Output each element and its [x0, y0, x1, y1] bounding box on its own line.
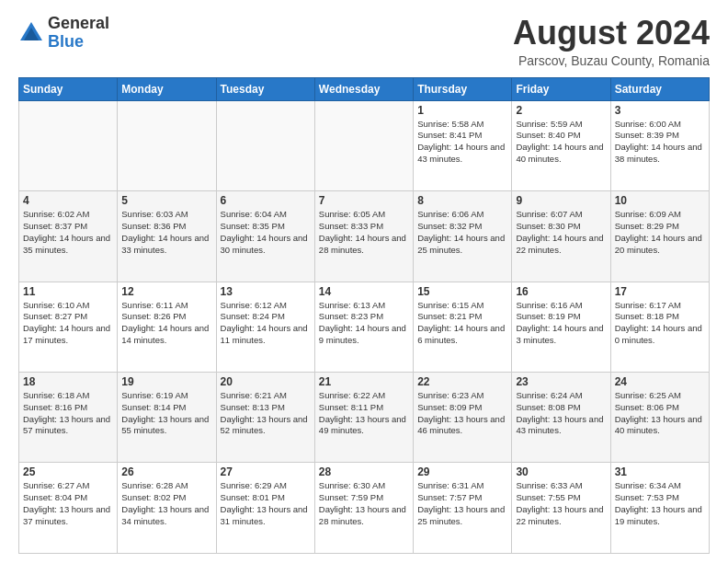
cell-info: Sunrise: 6:16 AM Sunset: 8:19 PM Dayligh…	[516, 300, 606, 347]
cell-info: Sunrise: 6:23 AM Sunset: 8:09 PM Dayligh…	[417, 390, 507, 437]
cell-info: Sunrise: 6:34 AM Sunset: 7:53 PM Dayligh…	[615, 480, 705, 527]
day-number: 7	[319, 194, 409, 207]
day-number: 31	[615, 465, 705, 478]
day-number: 24	[615, 375, 705, 388]
cell-info: Sunrise: 6:05 AM Sunset: 8:33 PM Dayligh…	[319, 209, 409, 256]
day-number: 3	[615, 104, 705, 117]
cell-info: Sunrise: 6:31 AM Sunset: 7:57 PM Dayligh…	[417, 480, 507, 527]
calendar-week-3: 11Sunrise: 6:10 AM Sunset: 8:27 PM Dayli…	[19, 282, 710, 372]
day-number: 16	[516, 285, 606, 298]
calendar-cell: 7Sunrise: 6:05 AM Sunset: 8:33 PM Daylig…	[314, 191, 413, 282]
calendar-cell	[118, 100, 216, 190]
cell-info: Sunrise: 6:22 AM Sunset: 8:11 PM Dayligh…	[319, 390, 409, 437]
day-header-thursday: Thursday	[414, 77, 512, 100]
day-header-wednesday: Wednesday	[314, 77, 413, 100]
cell-info: Sunrise: 6:21 AM Sunset: 8:13 PM Dayligh…	[221, 390, 311, 437]
day-header-sunday: Sunday	[19, 77, 118, 100]
day-header-friday: Friday	[512, 77, 610, 100]
cell-info: Sunrise: 6:18 AM Sunset: 8:16 PM Dayligh…	[23, 390, 113, 437]
calendar-cell: 3Sunrise: 6:00 AM Sunset: 8:39 PM Daylig…	[610, 100, 709, 190]
cell-info: Sunrise: 6:24 AM Sunset: 8:08 PM Dayligh…	[516, 390, 606, 437]
logo-general: General	[48, 14, 109, 32]
day-number: 1	[417, 104, 507, 117]
calendar-cell: 6Sunrise: 6:04 AM Sunset: 8:35 PM Daylig…	[216, 191, 314, 282]
calendar-cell	[19, 100, 118, 190]
logo-icon	[18, 20, 44, 46]
day-number: 19	[121, 375, 211, 388]
cell-info: Sunrise: 6:07 AM Sunset: 8:30 PM Dayligh…	[516, 209, 606, 256]
calendar-cell	[314, 100, 413, 190]
cell-info: Sunrise: 5:58 AM Sunset: 8:41 PM Dayligh…	[417, 119, 507, 166]
cell-info: Sunrise: 6:19 AM Sunset: 8:14 PM Dayligh…	[121, 390, 211, 437]
calendar-cell: 11Sunrise: 6:10 AM Sunset: 8:27 PM Dayli…	[19, 282, 118, 372]
header: General Blue August 2024 Parscov, Buzau …	[18, 15, 710, 68]
calendar-cell: 12Sunrise: 6:11 AM Sunset: 8:26 PM Dayli…	[118, 282, 216, 372]
calendar-cell: 16Sunrise: 6:16 AM Sunset: 8:19 PM Dayli…	[512, 282, 610, 372]
day-number: 23	[516, 375, 606, 388]
cell-info: Sunrise: 6:03 AM Sunset: 8:36 PM Dayligh…	[121, 209, 211, 256]
month-year: August 2024	[513, 15, 710, 52]
calendar-week-2: 4Sunrise: 6:02 AM Sunset: 8:37 PM Daylig…	[19, 191, 710, 282]
cell-info: Sunrise: 6:12 AM Sunset: 8:24 PM Dayligh…	[221, 300, 311, 347]
calendar-cell: 25Sunrise: 6:27 AM Sunset: 8:04 PM Dayli…	[19, 463, 118, 554]
calendar-week-4: 18Sunrise: 6:18 AM Sunset: 8:16 PM Dayli…	[19, 373, 710, 463]
day-number: 8	[417, 194, 507, 207]
calendar-cell: 5Sunrise: 6:03 AM Sunset: 8:36 PM Daylig…	[118, 191, 216, 282]
cell-info: Sunrise: 6:25 AM Sunset: 8:06 PM Dayligh…	[615, 390, 705, 437]
cell-info: Sunrise: 5:59 AM Sunset: 8:40 PM Dayligh…	[516, 119, 606, 166]
day-number: 6	[221, 194, 311, 207]
day-number: 25	[23, 465, 113, 478]
calendar-cell: 1Sunrise: 5:58 AM Sunset: 8:41 PM Daylig…	[414, 100, 512, 190]
day-number: 15	[417, 285, 507, 298]
calendar-cell: 2Sunrise: 5:59 AM Sunset: 8:40 PM Daylig…	[512, 100, 610, 190]
day-number: 4	[23, 194, 113, 207]
calendar-cell: 31Sunrise: 6:34 AM Sunset: 7:53 PM Dayli…	[610, 463, 709, 554]
calendar-cell: 28Sunrise: 6:30 AM Sunset: 7:59 PM Dayli…	[314, 463, 413, 554]
calendar-cell: 15Sunrise: 6:15 AM Sunset: 8:21 PM Dayli…	[414, 282, 512, 372]
calendar-cell: 17Sunrise: 6:17 AM Sunset: 8:18 PM Dayli…	[610, 282, 709, 372]
day-number: 22	[417, 375, 507, 388]
day-number: 21	[319, 375, 409, 388]
cell-info: Sunrise: 6:17 AM Sunset: 8:18 PM Dayligh…	[615, 300, 705, 347]
cell-info: Sunrise: 6:00 AM Sunset: 8:39 PM Dayligh…	[615, 119, 705, 166]
calendar-cell: 27Sunrise: 6:29 AM Sunset: 8:01 PM Dayli…	[216, 463, 314, 554]
calendar-cell	[216, 100, 314, 190]
calendar-week-5: 25Sunrise: 6:27 AM Sunset: 8:04 PM Dayli…	[19, 463, 710, 554]
calendar-header-row: SundayMondayTuesdayWednesdayThursdayFrid…	[19, 77, 710, 100]
calendar-cell: 19Sunrise: 6:19 AM Sunset: 8:14 PM Dayli…	[118, 373, 216, 463]
calendar-cell: 22Sunrise: 6:23 AM Sunset: 8:09 PM Dayli…	[414, 373, 512, 463]
cell-info: Sunrise: 6:04 AM Sunset: 8:35 PM Dayligh…	[221, 209, 311, 256]
cell-info: Sunrise: 6:15 AM Sunset: 8:21 PM Dayligh…	[417, 300, 507, 347]
calendar-cell: 14Sunrise: 6:13 AM Sunset: 8:23 PM Dayli…	[314, 282, 413, 372]
cell-info: Sunrise: 6:29 AM Sunset: 8:01 PM Dayligh…	[221, 480, 311, 527]
calendar-cell: 13Sunrise: 6:12 AM Sunset: 8:24 PM Dayli…	[216, 282, 314, 372]
location: Parscov, Buzau County, Romania	[513, 53, 710, 68]
day-number: 20	[221, 375, 311, 388]
calendar-cell: 4Sunrise: 6:02 AM Sunset: 8:37 PM Daylig…	[19, 191, 118, 282]
cell-info: Sunrise: 6:30 AM Sunset: 7:59 PM Dayligh…	[319, 480, 409, 527]
day-header-monday: Monday	[118, 77, 216, 100]
calendar-table: SundayMondayTuesdayWednesdayThursdayFrid…	[18, 77, 710, 554]
cell-info: Sunrise: 6:09 AM Sunset: 8:29 PM Dayligh…	[615, 209, 705, 256]
cell-info: Sunrise: 6:28 AM Sunset: 8:02 PM Dayligh…	[121, 480, 211, 527]
cell-info: Sunrise: 6:13 AM Sunset: 8:23 PM Dayligh…	[319, 300, 409, 347]
calendar-cell: 29Sunrise: 6:31 AM Sunset: 7:57 PM Dayli…	[414, 463, 512, 554]
day-number: 5	[121, 194, 211, 207]
day-number: 11	[23, 285, 113, 298]
day-number: 26	[121, 465, 211, 478]
day-number: 17	[615, 285, 705, 298]
calendar-cell: 21Sunrise: 6:22 AM Sunset: 8:11 PM Dayli…	[314, 373, 413, 463]
day-number: 18	[23, 375, 113, 388]
day-number: 9	[516, 194, 606, 207]
logo: General Blue	[18, 15, 109, 52]
day-number: 28	[319, 465, 409, 478]
day-number: 27	[221, 465, 311, 478]
cell-info: Sunrise: 6:06 AM Sunset: 8:32 PM Dayligh…	[417, 209, 507, 256]
calendar-cell: 30Sunrise: 6:33 AM Sunset: 7:55 PM Dayli…	[512, 463, 610, 554]
page: General Blue August 2024 Parscov, Buzau …	[0, 0, 728, 563]
calendar-cell: 8Sunrise: 6:06 AM Sunset: 8:32 PM Daylig…	[414, 191, 512, 282]
day-header-tuesday: Tuesday	[216, 77, 314, 100]
cell-info: Sunrise: 6:27 AM Sunset: 8:04 PM Dayligh…	[23, 480, 113, 527]
calendar-week-1: 1Sunrise: 5:58 AM Sunset: 8:41 PM Daylig…	[19, 100, 710, 190]
day-header-saturday: Saturday	[610, 77, 709, 100]
